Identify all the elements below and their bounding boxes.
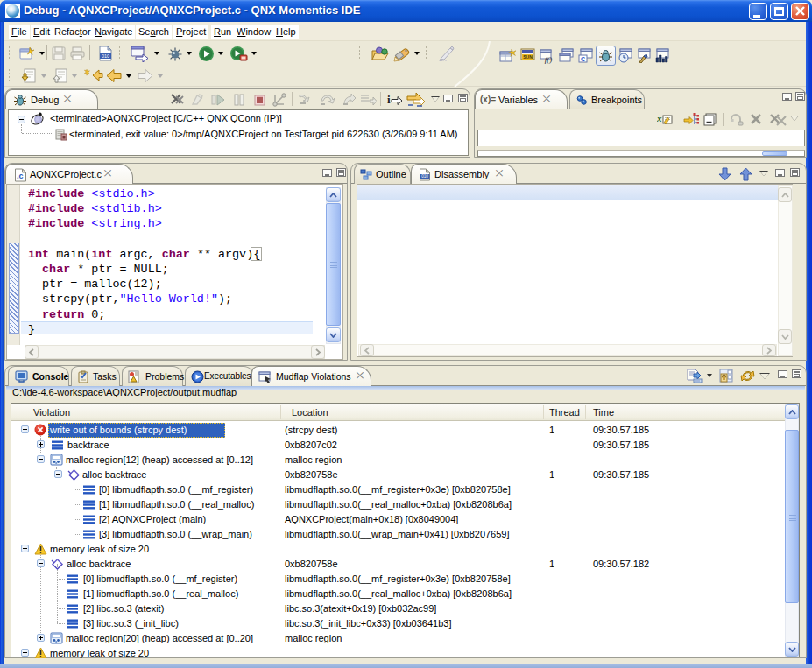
svg-text:010: 010	[102, 53, 109, 59]
svg-text:C: C	[581, 56, 585, 62]
svg-text:SUN: SUN	[523, 54, 533, 60]
svg-text:i: i	[387, 93, 391, 106]
svg-text:010: 010	[421, 174, 428, 179]
svg-text:x: x	[657, 113, 662, 123]
svg-text:.c: .c	[17, 172, 24, 180]
svg-text:f(): f()	[545, 55, 553, 64]
